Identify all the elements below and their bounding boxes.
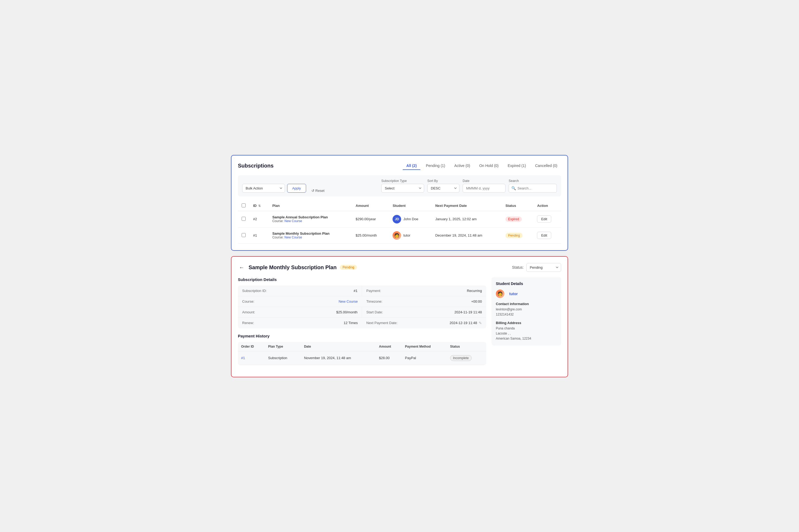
subscription-detail-panel: ← Sample Monthly Subscription Plan Pendi… [231, 256, 568, 377]
student-details-title: Student Details [496, 282, 557, 286]
payment-row: #1 Subscription November 19, 2024, 11:48… [238, 351, 486, 365]
start-date-value: 2024-11-19 11:48 [454, 310, 482, 314]
th-action: Action [533, 201, 561, 211]
order-link[interactable]: #1 [241, 356, 245, 360]
search-filter: Search 🔍 [509, 179, 557, 193]
student-name: tutor [509, 292, 518, 296]
row-id: #1 [249, 227, 269, 244]
course-link[interactable]: New Course [284, 235, 302, 239]
student-name-row: 🧑 tutor [496, 289, 557, 298]
ph-th-status: Status [447, 342, 486, 352]
row-status: Expired [502, 211, 534, 227]
next-payment-edit-wrap: 2024-12-19 11:48 ✎ [450, 321, 482, 325]
renew-row: Renew: 12 Times [238, 318, 362, 328]
contact-title: Contact information [496, 302, 557, 306]
sort-by-select[interactable]: DESC [427, 184, 459, 193]
th-status: Status [502, 201, 534, 211]
sort-icon: ⇅ [258, 204, 261, 207]
billing-section: Billing Address Puna chanda Lacoste , , … [496, 321, 557, 341]
subscriptions-table: ID ⇅ Plan Amount Student Next Payment Da… [238, 201, 561, 244]
detail-title: Sample Monthly Subscription Plan [249, 264, 337, 270]
course-label: Course: New Course [272, 235, 348, 239]
row-student: JD John Doe [389, 211, 431, 227]
th-plan: Plan [269, 201, 352, 211]
sort-by-label: Sort By [427, 179, 459, 183]
amount-row: Amount: $25.00/month [238, 307, 362, 318]
search-input[interactable] [509, 184, 557, 193]
row-plan: Sample Monthly Subscription Plan Course:… [269, 227, 352, 244]
row-checkbox[interactable] [242, 217, 246, 221]
student-email: levinton@gre.com [496, 307, 557, 312]
row-checkbox[interactable] [242, 233, 246, 237]
contact-section: Contact information levinton@gre.com 123… [496, 302, 557, 317]
tab-expired[interactable]: Expired (1) [504, 162, 530, 170]
th-id: ID ⇅ [249, 201, 269, 211]
reset-icon: ↺ [311, 189, 315, 193]
tabs-nav: All (2) Pending (1) Active (0) On Hold (… [403, 162, 562, 170]
search-icon: 🔍 [511, 186, 516, 190]
status-right: Status: Pending [512, 263, 561, 272]
tab-all[interactable]: All (2) [403, 162, 421, 170]
reset-button[interactable]: ↺ Reset [311, 189, 325, 193]
bulk-action-select[interactable]: Bulk Action [242, 184, 285, 193]
ph-th-plan-type: Plan Type [265, 342, 301, 352]
ph-th-payment-method: Payment Method [402, 342, 447, 352]
date-label: Date [463, 179, 506, 183]
edit-icon[interactable]: ✎ [479, 321, 482, 325]
student-phone: 1232141432 [496, 312, 557, 317]
student-card: Student Details 🧑 tutor Contact informat… [492, 277, 561, 346]
status-badge: Pending [506, 233, 522, 238]
th-student: Student [389, 201, 431, 211]
date-filter: Date [463, 179, 506, 193]
amount-label: Amount: [242, 310, 255, 314]
table-row: #2 Sample Annual Subscription Plan Cours… [238, 211, 561, 227]
row-student: 🧑 tutor [389, 227, 431, 244]
timezone-value: +00:00 [471, 300, 482, 303]
status-select[interactable]: Pending [526, 263, 561, 272]
course-row: Course: New Course [238, 296, 362, 307]
row-plan: Sample Annual Subscription Plan Course: … [269, 211, 352, 227]
start-date-row: Start Date: 2024-11-19 11:48 [362, 307, 486, 318]
sort-by-filter: Sort By DESC [427, 179, 459, 193]
th-amount: Amount [352, 201, 389, 211]
date-input[interactable] [463, 184, 506, 193]
ph-date: November 19, 2024, 11:48 am [301, 351, 376, 365]
page-wrapper: Subscriptions All (2) Pending (1) Active… [231, 155, 568, 377]
table-row: #1 Sample Monthly Subscription Plan Cour… [238, 227, 561, 244]
panel-header: Subscriptions All (2) Pending (1) Active… [238, 162, 561, 170]
course-link[interactable]: New Course [284, 219, 302, 223]
student-avatar: 🧑 [496, 289, 505, 298]
ph-th-date: Date [301, 342, 376, 352]
payment-status-badge: Incomplete [450, 355, 472, 361]
row-checkbox-cell [238, 227, 249, 244]
tab-onhold[interactable]: On Hold (0) [475, 162, 502, 170]
ph-order-id: #1 [238, 351, 265, 365]
apply-button[interactable]: Apply [287, 184, 306, 193]
detail-left-col: Subscription ID: #1 Course: New Course A… [238, 286, 362, 328]
select-all-checkbox[interactable] [242, 203, 246, 207]
billing-name: Puna chanda [496, 326, 557, 331]
edit-button[interactable]: Edit [537, 232, 551, 239]
detail-header-left: ← Sample Monthly Subscription Plan Pendi… [238, 264, 357, 270]
tab-pending[interactable]: Pending (1) [422, 162, 449, 170]
payment-history-card: Order ID Plan Type Date Amount Payment M… [238, 342, 486, 365]
course-link[interactable]: New Course [339, 300, 358, 303]
ph-payment-method: PayPal [402, 351, 447, 365]
tab-active[interactable]: Active (0) [451, 162, 474, 170]
row-id: #2 [249, 211, 269, 227]
renew-value: 12 Times [344, 321, 358, 325]
ph-status: Incomplete [447, 351, 486, 365]
bulk-action-wrap: Bulk Action Apply [242, 184, 306, 193]
detail-main: Subscription Details Subscription ID: #1… [238, 277, 486, 370]
search-label: Search [509, 179, 557, 183]
th-checkbox [238, 201, 249, 211]
edit-button[interactable]: Edit [537, 215, 551, 223]
tab-cancelled[interactable]: Cancelled (0) [531, 162, 561, 170]
course-label: Course: [242, 300, 254, 303]
next-payment-value: 2024-12-19 11:48 [450, 321, 477, 325]
ph-th-amount: Amount [376, 342, 402, 352]
panel-title: Subscriptions [238, 163, 273, 169]
subscription-type-select[interactable]: Select [381, 184, 424, 193]
status-badge: Expired [506, 216, 522, 222]
back-button[interactable]: ← [238, 264, 245, 270]
